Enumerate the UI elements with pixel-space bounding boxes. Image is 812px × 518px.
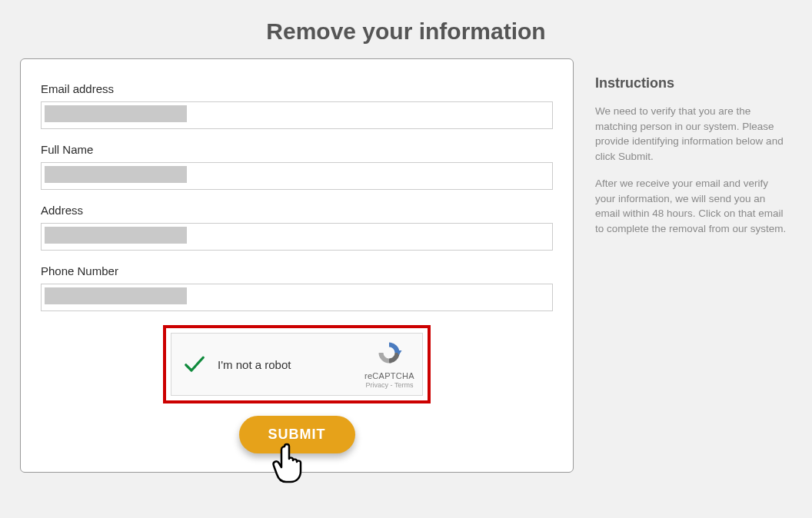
address-label: Address [41, 204, 553, 217]
fullname-field[interactable] [41, 162, 553, 190]
recaptcha-logo-icon [375, 339, 403, 367]
email-field[interactable] [41, 101, 553, 129]
address-field[interactable] [41, 223, 553, 251]
page-title: Remove your information [0, 0, 812, 58]
instructions-heading: Instructions [595, 75, 789, 91]
captcha-branding: reCAPTCHA Privacy - Terms [364, 339, 414, 390]
phone-label: Phone Number [41, 264, 553, 277]
submit-row: SUBMIT [41, 416, 553, 453]
instructions-paragraph-1: We need to verify that you are the match… [595, 104, 789, 164]
form-card: Email address Full Name Address Phone Nu… [20, 58, 574, 473]
redacted-placeholder-icon [45, 227, 187, 244]
field-group-fullname: Full Name [41, 143, 553, 190]
redacted-placeholder-icon [45, 166, 187, 183]
captcha-left: I'm not a robot [182, 352, 291, 377]
redacted-placeholder-icon [45, 287, 187, 304]
checkmark-icon [182, 352, 207, 377]
instructions-paragraph-2: After we receive your email and verify y… [595, 176, 789, 236]
main-layout: Email address Full Name Address Phone Nu… [0, 58, 812, 473]
captcha-label: I'm not a robot [218, 358, 291, 371]
captcha-links: Privacy - Terms [364, 381, 414, 390]
field-group-address: Address [41, 204, 553, 251]
phone-field[interactable] [41, 284, 553, 311]
email-label: Email address [41, 82, 553, 95]
cursor-pointer-icon [269, 440, 309, 485]
field-group-phone: Phone Number [41, 264, 553, 311]
field-group-email: Email address [41, 82, 553, 129]
recaptcha-widget[interactable]: I'm not a robot reCAPTCHA Privacy - Term… [171, 333, 423, 396]
fullname-label: Full Name [41, 143, 553, 156]
captcha-brand: reCAPTCHA [364, 370, 414, 381]
instructions-panel: Instructions We need to verify that you … [595, 58, 792, 473]
captcha-highlight-box: I'm not a robot reCAPTCHA Privacy - Term… [163, 325, 431, 403]
redacted-placeholder-icon [45, 105, 187, 122]
